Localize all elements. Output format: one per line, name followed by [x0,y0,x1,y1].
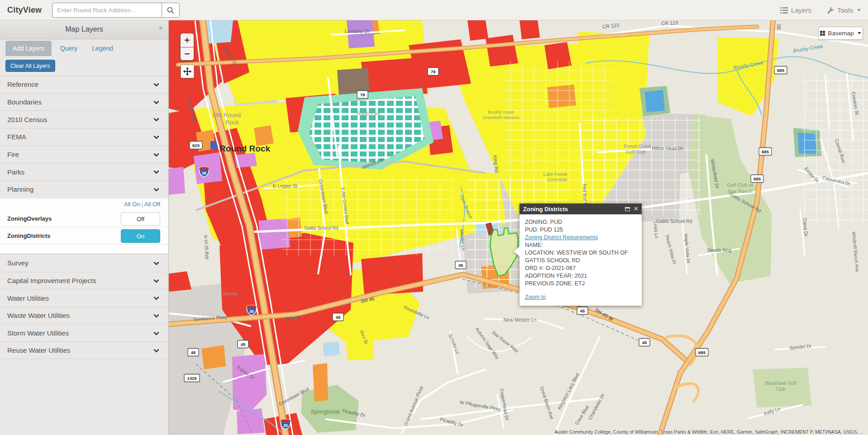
map-label: Golf Club at [727,182,753,188]
layer-group-waste-water-utilities[interactable]: Waste Water Utilities [0,307,168,324]
route-shield: 685 [774,66,787,74]
chevron-down-icon [858,32,861,34]
route-shield: 45 [455,261,466,269]
nav-tools-button[interactable]: Tools [827,6,861,14]
zoningoverlays-toggle[interactable]: Off [121,212,160,226]
map-layers-panel: Map Layers × Add Layers Query Legend Cle… [0,20,169,435]
layer-group-label: Reuse Water Utilities [7,346,70,354]
top-bar: CityView Layers Tools [0,0,868,20]
layer-group-capital-improvement-projects[interactable]: Capital Improvement Projects [0,272,168,289]
popup-title: Zoning Districts [523,206,625,213]
maximize-icon[interactable] [625,207,630,211]
tab-add-layers[interactable]: Add Layers [5,41,52,56]
search-icon [167,6,175,14]
route-shield: 685 [751,175,763,183]
route-shield: 45 [238,340,248,348]
zoning-districts-popup: Zoning Districts × ZONING: PUDPUD: PUD 1… [520,203,642,306]
search-input[interactable] [52,3,162,18]
layer-group-label: Reference [7,80,38,88]
panel-title: Map Layers [0,25,168,33]
layer-group-water-utilities[interactable]: Water Utilities [0,289,168,307]
svg-text:45: 45 [642,340,647,345]
layer-group-boundaries[interactable]: Boundaries [0,93,168,111]
layer-group-label: Water Utilities [7,294,49,302]
zoom-control: + − [180,33,194,61]
route-shield: 45 [639,339,650,346]
wrench-icon [827,7,834,14]
map-label: Hilton Head Dr [652,146,683,151]
zoom-in-button[interactable]: + [181,33,194,47]
layer-group-fema[interactable]: FEMA [0,128,168,146]
layer-row-zoningoverlays: ZoningOverlays Off [0,211,168,227]
map-label: Lantana Dr [345,28,370,34]
route-shield: 79 [428,68,439,76]
chevron-down-icon [153,277,159,283]
clear-all-layers-button[interactable]: Clear All Layers [5,60,55,72]
basemap-button[interactable]: Basemap [818,27,863,40]
chevron-down-icon [153,347,159,353]
map-label: Brushy Creek [488,109,514,114]
map-label: E Logan St [273,183,297,189]
tab-query[interactable]: Query [60,45,77,52]
map-label: Blackhawk Golf [765,381,796,386]
layer-label: ZoningDistricts [7,232,50,239]
zoom-out-button[interactable]: − [181,47,194,61]
route-shield: 685 [696,349,708,356]
map-label: Rabb Park [357,111,381,116]
layer-group-reference[interactable]: Reference [0,76,168,93]
layer-label: ZoningOverlays [7,215,52,222]
chevron-down-icon [153,151,159,157]
close-icon[interactable]: × [158,24,163,32]
chevron-down-icon [153,295,159,301]
chevron-down-icon [857,9,861,11]
zoom-to-link[interactable]: Zoom to [525,293,546,301]
zoningdistricts-toggle[interactable]: On [121,229,160,243]
search-button[interactable] [162,3,180,18]
popup-text-line: LOCATION: WESTVIEW DR SOUTH OF [525,249,636,257]
zoning-requirements-link[interactable]: Zoning District Requirements [525,234,598,241]
layer-group-planning[interactable]: Planning [0,180,168,198]
popup-text-line: GATTIS SCHOOL RD [525,257,636,265]
nav-tools-label: Tools [837,6,853,14]
svg-text:79: 79 [360,92,365,97]
popup-header[interactable]: Zoning Districts × [520,203,642,214]
layer-group-storm-water-utilities[interactable]: Storm Water Utilities [0,324,168,342]
svg-text:1325: 1325 [187,376,197,381]
svg-text:35: 35 [283,423,288,428]
popup-text-line: PUD: PUD 125 [525,226,636,234]
nav-layers-button[interactable]: Layers [780,6,811,14]
map-label: Golf Club [626,149,646,155]
svg-text:79: 79 [431,69,436,74]
map-canvas[interactable]: 3535356207979454545454545685685685685132… [169,20,868,435]
map-label: Rock [225,119,239,126]
layers-list-icon [780,7,788,14]
chevron-down-icon [153,186,159,192]
chevron-down-icon [153,260,159,265]
close-icon[interactable]: × [634,205,638,213]
all-on-link[interactable]: All On [124,201,140,208]
layer-group-label: Storm Water Utilities [7,329,69,337]
route-shield: 45 [188,349,199,356]
layer-group-label: Planning [7,185,33,193]
layer-group-parks[interactable]: Parks [0,163,168,180]
basemap-grid-icon [820,31,825,36]
chevron-down-icon [153,312,159,318]
layer-group-fire[interactable]: Fire [0,146,168,163]
layer-group-label: Parks [7,168,24,176]
map-label: Greenbelt [547,177,567,182]
layer-group-label: 2010 Census [7,116,47,123]
popup-body: ZONING: PUDPUD: PUD 125Zoning District R… [520,214,642,306]
layer-group-reuse-water-utilities[interactable]: Reuse Water Utilities [0,341,168,359]
tab-legend[interactable]: Legend [92,45,113,52]
layer-group-label: Capital Improvement Projects [7,277,96,284]
basemap-label: Basemap [828,30,854,37]
layer-group-2010-census[interactable]: 2010 Census [0,110,168,128]
svg-text:35: 35 [249,309,254,314]
map-label: Forest Creek [624,143,652,149]
map-label: Club [776,387,786,392]
popup-text-line: ORD #: O-2021-067 [525,265,636,272]
layer-group-survey[interactable]: Survey [0,254,168,272]
svg-text:685: 685 [698,350,706,355]
all-off-link[interactable]: All Off [144,201,160,208]
pan-button[interactable] [181,65,194,78]
